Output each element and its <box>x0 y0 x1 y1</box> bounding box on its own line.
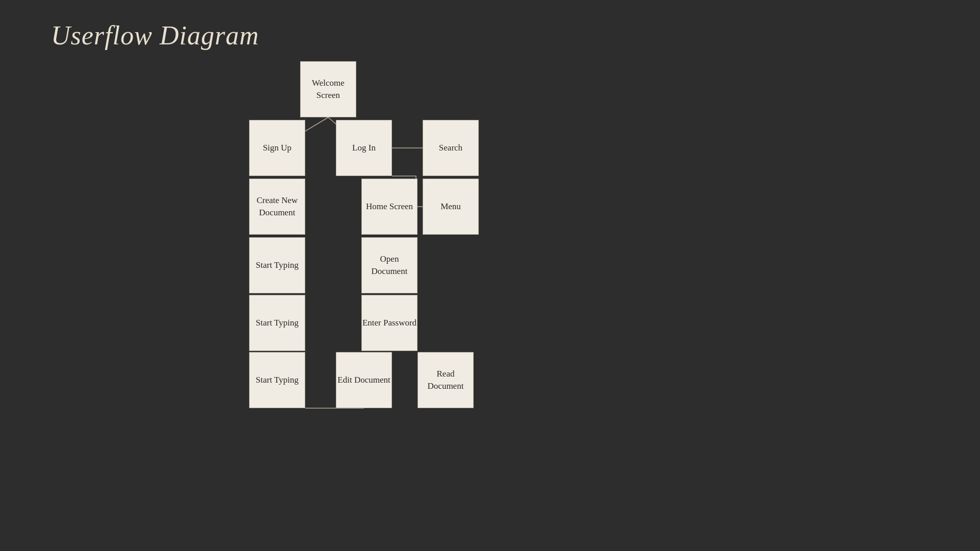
node-read-doc: Read Document <box>418 352 474 408</box>
node-enter-pass: Enter Password <box>361 295 418 351</box>
node-create-doc: Create New Document <box>249 179 305 235</box>
node-login: Log In <box>336 120 392 176</box>
node-search: Search <box>423 120 479 176</box>
node-welcome: Welcome Screen <box>300 61 356 117</box>
node-menu: Menu <box>423 179 479 235</box>
node-start-typing-2: Start Typing <box>249 295 305 351</box>
diagram-container: Welcome Screen Sign Up Log In Search Cre… <box>179 51 587 449</box>
node-start-typing-3: Start Typing <box>249 352 305 408</box>
node-edit-doc: Edit Document <box>336 352 392 408</box>
page-title: Userflow Diagram <box>51 20 259 51</box>
node-open-doc: Open Document <box>361 237 418 293</box>
node-home-screen: Home Screen <box>361 179 418 235</box>
node-start-typing-1: Start Typing <box>249 237 305 293</box>
node-signup: Sign Up <box>249 120 305 176</box>
